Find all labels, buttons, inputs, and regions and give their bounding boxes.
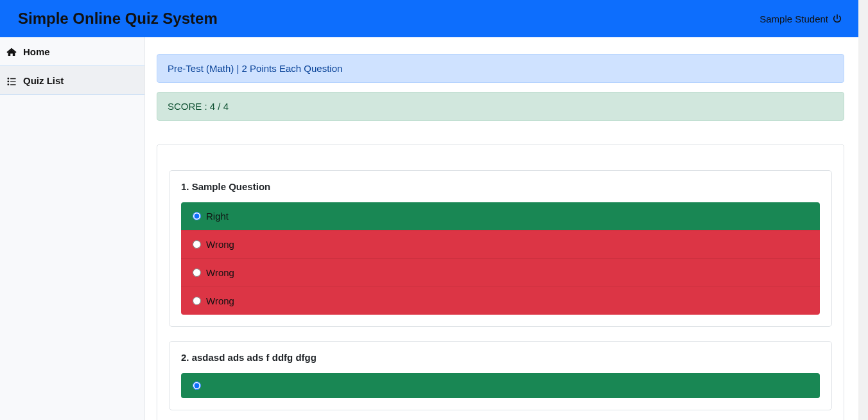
option-radio[interactable]: [193, 297, 201, 305]
scrollbar-track[interactable]: [858, 0, 868, 420]
option-wrong[interactable]: Wrong: [181, 286, 820, 315]
question-options: [181, 373, 820, 398]
question-panel: 2. asdasd ads ads f ddfg dfgg: [169, 341, 832, 410]
option-radio[interactable]: [193, 268, 201, 277]
option-label: Wrong: [206, 267, 234, 278]
user-menu[interactable]: Sample Student: [759, 13, 842, 24]
main-content: Pre-Test (Math) | 2 Points Each Question…: [145, 37, 858, 420]
question-options: RightWrongWrongWrong: [181, 202, 820, 315]
option-wrong[interactable]: Wrong: [181, 230, 820, 258]
question-title: 1. Sample Question: [181, 181, 820, 192]
sidebar-item-label: Home: [23, 46, 50, 57]
list-icon: [6, 76, 17, 85]
power-icon: [832, 13, 842, 24]
sidebar-item-quiz-list[interactable]: Quiz List: [0, 66, 144, 95]
option-correct[interactable]: Right: [181, 202, 820, 230]
option-label: Wrong: [206, 239, 234, 250]
sidebar: HomeQuiz List: [0, 37, 145, 420]
option-correct[interactable]: [181, 373, 820, 398]
sidebar-item-label: Quiz List: [23, 75, 64, 86]
option-label: Wrong: [206, 295, 234, 306]
app-title: Simple Online Quiz System: [18, 10, 218, 28]
question-panel: 1. Sample QuestionRightWrongWrongWrong: [169, 170, 832, 327]
option-radio[interactable]: [193, 240, 201, 249]
home-icon: [6, 47, 17, 57]
sidebar-item-home[interactable]: Home: [0, 37, 144, 66]
user-name: Sample Student: [759, 13, 828, 24]
questions-card: 1. Sample QuestionRightWrongWrongWrong2.…: [157, 144, 844, 420]
option-wrong[interactable]: Wrong: [181, 258, 820, 286]
option-label: Right: [206, 211, 229, 222]
quiz-score-banner: SCORE : 4 / 4: [157, 92, 844, 121]
quiz-title-banner: Pre-Test (Math) | 2 Points Each Question: [157, 54, 844, 83]
question-title: 2. asdasd ads ads f ddfg dfgg: [181, 352, 820, 363]
app-header: Simple Online Quiz System Sample Student: [0, 0, 858, 37]
option-radio[interactable]: [193, 381, 201, 390]
option-radio[interactable]: [193, 212, 201, 220]
